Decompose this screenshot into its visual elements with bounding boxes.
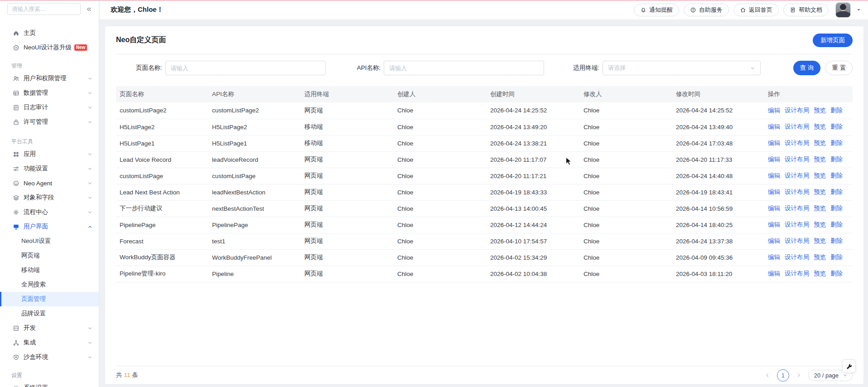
reset-button[interactable]: 重 置 <box>825 61 853 75</box>
sidebar-collapse-icon[interactable] <box>86 6 92 13</box>
next-page-icon[interactable] <box>796 372 801 378</box>
row-action-设计布局[interactable]: 设计布局 <box>785 205 809 212</box>
sandbox-icon <box>12 353 19 361</box>
column-header: 修改人 <box>580 86 672 102</box>
page-number-button[interactable]: 1 <box>777 369 789 382</box>
sidebar-item-流程中心[interactable]: 流程中心 <box>0 205 99 219</box>
row-action-编辑[interactable]: 编辑 <box>768 107 780 114</box>
sidebar-subitem-neoui设置[interactable]: NeoUI设置 <box>0 234 99 248</box>
sidebar-item-对象和字段[interactable]: 对象和字段 <box>0 190 99 205</box>
row-action-设计布局[interactable]: 设计布局 <box>785 172 809 179</box>
sidebar-subitem-全局搜索[interactable]: 全局搜索 <box>0 277 99 292</box>
row-action-设计布局[interactable]: 设计布局 <box>785 107 809 114</box>
terminal-select[interactable]: 请选择 <box>603 61 761 75</box>
row-action-预览[interactable]: 预览 <box>814 140 826 146</box>
row-action-删除[interactable]: 删除 <box>830 140 843 146</box>
row-action-删除[interactable]: 删除 <box>830 156 843 163</box>
row-action-设计布局[interactable]: 设计布局 <box>785 189 809 195</box>
row-action-设计布局[interactable]: 设计布局 <box>785 221 809 228</box>
row-action-预览[interactable]: 预览 <box>814 189 826 195</box>
sidebar-item-许可管理[interactable]: 许可管理 <box>0 115 99 129</box>
row-action-预览[interactable]: 预览 <box>814 270 826 277</box>
settings-wrench-button[interactable] <box>842 359 856 373</box>
row-action-预览[interactable]: 预览 <box>814 107 826 114</box>
user-avatar[interactable] <box>835 2 851 18</box>
row-action-预览[interactable]: 预览 <box>814 123 826 130</box>
topbar-button-home-outline[interactable]: 返回首页 <box>733 4 779 16</box>
row-action-删除[interactable]: 删除 <box>830 123 843 130</box>
sidebar-subitem-品牌设置[interactable]: 品牌设置 <box>0 306 99 321</box>
row-action-删除[interactable]: 删除 <box>830 172 843 179</box>
row-action-删除[interactable]: 删除 <box>830 254 843 261</box>
sidebar-subitem-网页端[interactable]: 网页端 <box>0 248 99 263</box>
add-page-button[interactable]: 新增页面 <box>813 34 853 47</box>
topbar-button-bell[interactable]: 通知提醒 <box>634 4 679 16</box>
chevron-down-icon <box>87 326 92 331</box>
row-action-预览[interactable]: 预览 <box>814 172 826 179</box>
row-action-设计布局[interactable]: 设计布局 <box>785 140 809 146</box>
row-action-预览[interactable]: 预览 <box>814 237 826 244</box>
topbar-button-doc[interactable]: 帮助文档 <box>783 4 829 16</box>
table-row: H5ListPage1H5ListPage1移动端Chloe2026-04-24… <box>116 135 853 151</box>
row-action-编辑[interactable]: 编辑 <box>768 221 780 228</box>
row-action-编辑[interactable]: 编辑 <box>768 172 780 179</box>
row-action-设计布局[interactable]: 设计布局 <box>785 254 809 261</box>
topbar-button-label: 通知提醒 <box>649 6 673 14</box>
sidebar-subitem-移动端[interactable]: 移动端 <box>0 263 99 277</box>
row-action-预览[interactable]: 预览 <box>814 205 826 212</box>
chevron-down-icon <box>87 355 92 360</box>
sidebar-item-neo-agent[interactable]: Neo Agent <box>0 176 99 190</box>
home-icon <box>12 29 19 37</box>
sidebar-search-input[interactable] <box>7 3 81 15</box>
caret-down-icon[interactable] <box>857 8 861 12</box>
sidebar-item-功能设置[interactable]: 功能设置 <box>0 161 99 176</box>
row-action-设计布局[interactable]: 设计布局 <box>785 270 809 277</box>
sidebar-item-neoui设计器升级[interactable]: NeoUI设计器升级New <box>0 40 99 55</box>
row-action-设计布局[interactable]: 设计布局 <box>785 123 809 130</box>
row-action-编辑[interactable]: 编辑 <box>768 270 780 277</box>
prev-page-icon[interactable] <box>765 372 770 378</box>
row-action-预览[interactable]: 预览 <box>814 156 826 163</box>
sidebar-item-用户和权限管理[interactable]: 用户和权限管理 <box>0 71 99 86</box>
query-button[interactable]: 查 询 <box>793 61 820 75</box>
row-action-编辑[interactable]: 编辑 <box>768 123 780 130</box>
table-cell: leadVoiceRecord <box>208 151 301 168</box>
sidebar-item-日志审计[interactable]: 日志审计 <box>0 100 99 115</box>
sidebar-item-数据管理[interactable]: 数据管理 <box>0 86 99 100</box>
sidebar-item-系统设置[interactable]: 系统设置 <box>0 381 99 387</box>
row-action-编辑[interactable]: 编辑 <box>768 156 780 163</box>
row-action-删除[interactable]: 删除 <box>830 189 843 195</box>
row-action-预览[interactable]: 预览 <box>814 254 826 261</box>
row-action-删除[interactable]: 删除 <box>830 221 843 228</box>
row-action-设计布局[interactable]: 设计布局 <box>785 237 809 244</box>
row-action-编辑[interactable]: 编辑 <box>768 189 780 195</box>
column-header: 创建时间 <box>487 86 580 102</box>
row-action-编辑[interactable]: 编辑 <box>768 254 780 261</box>
row-action-删除[interactable]: 删除 <box>830 205 843 212</box>
table-cell: test1 <box>208 233 301 249</box>
row-action-设计布局[interactable]: 设计布局 <box>785 156 809 163</box>
app-root: 主页NeoUI设计器升级New管理用户和权限管理数据管理日志审计许可管理平台工具… <box>0 0 868 387</box>
page-name-input[interactable] <box>165 61 326 75</box>
sidebar-item-主页[interactable]: 主页 <box>0 26 99 40</box>
row-action-编辑[interactable]: 编辑 <box>768 140 780 146</box>
sidebar-item-应用[interactable]: 应用 <box>0 147 99 161</box>
row-action-编辑[interactable]: 编辑 <box>768 205 780 212</box>
total-count-number: 11 <box>124 372 130 378</box>
row-action-删除[interactable]: 删除 <box>830 237 843 244</box>
row-action-删除[interactable]: 删除 <box>830 107 843 114</box>
sidebar-item-开发[interactable]: 开发 <box>0 321 99 335</box>
sidebar-item-沙盒环境[interactable]: 沙盒环境 <box>0 350 99 364</box>
code-icon <box>12 324 19 332</box>
row-action-编辑[interactable]: 编辑 <box>768 237 780 244</box>
sidebar-item-用户界面[interactable]: 用户界面 <box>0 219 99 234</box>
row-action-预览[interactable]: 预览 <box>814 221 826 228</box>
table-cell: Chloe <box>394 217 487 233</box>
sidebar-item-集成[interactable]: 集成 <box>0 335 99 350</box>
sidebar-item-label: NeoUI设计器升级 <box>24 44 72 52</box>
topbar-button-info-circle[interactable]: 自助服务 <box>684 4 729 16</box>
filter-label: 适用终端: <box>573 64 599 72</box>
sidebar-subitem-页面管理[interactable]: 页面管理 <box>0 292 99 306</box>
api-name-input[interactable] <box>384 61 544 75</box>
row-action-删除[interactable]: 删除 <box>830 270 843 277</box>
